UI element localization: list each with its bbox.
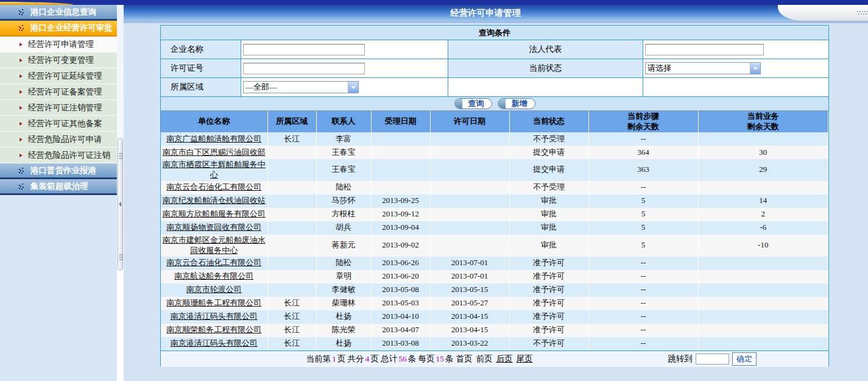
sidebar-subitem[interactable]: 经营许可证其他备案 [0, 116, 117, 132]
table-cell [430, 146, 509, 159]
table-cell [267, 194, 316, 208]
company-cell: 南京顺扬物资回收有限公司 [161, 221, 267, 235]
collapse-left-icon[interactable] [119, 202, 121, 207]
sidebar-subitem[interactable]: 经营危险品许可申请 [0, 132, 117, 148]
table-row: 南京顺扬物资回收有限公司胡兵2013-09-04审批5-6 [161, 221, 828, 235]
table-row: 南京云合石油化工有限公司陆松不予受理-- [161, 181, 828, 194]
table-cell: -- [588, 181, 698, 194]
company-link[interactable]: 南京市白下区恩赐污油回收部 [163, 148, 266, 157]
sidebar-item[interactable]: 港口普货作业报港 [0, 163, 117, 179]
status-label: 当前状态 [448, 59, 643, 77]
table-cell [430, 221, 509, 235]
pagination-link-disabled[interactable]: 前页 [476, 354, 493, 363]
sidebar-subitem-label: 经营许可证延续管理 [28, 71, 102, 82]
company-link[interactable]: 南京纪发船舶清仓残油回收站 [163, 196, 266, 205]
pagination-number: 15 [436, 354, 445, 363]
table-cell: 5 [588, 235, 698, 257]
company-name-label: 企业名称 [161, 40, 241, 59]
page-jump-input[interactable] [696, 354, 729, 365]
table-cell: 审批 [509, 235, 588, 257]
company-cell: 南京港清江码头有限公司 [161, 310, 267, 324]
sidebar: 港口企业信息查询港口企业经营许可审批经营许可申请管理经营许可变更管理经营许可证延… [0, 5, 117, 381]
table-cell: 不予受理 [509, 181, 588, 194]
table-cell: 准予许可 [509, 257, 588, 270]
chevron-down-icon[interactable] [348, 82, 358, 93]
grip-dots-icon [119, 254, 121, 255]
sidebar-subitem-label: 经营危险品许可证注销 [28, 150, 110, 161]
region-label: 所属区域 [161, 78, 241, 96]
sidebar-subitem[interactable]: 经营许可申请管理 [0, 37, 117, 52]
table-header-row: 单位名称所属区域联系人受理日期许可日期当前状态当前步骤 剩余天数当前业务 剩余天… [161, 111, 828, 132]
company-link[interactable]: 南京航达船务有限公司 [174, 271, 253, 280]
table-cell: 2013-07-01 [430, 257, 509, 270]
sidebar-subitem[interactable]: 经营危险品许可证注销 [0, 148, 117, 163]
pagination-link[interactable]: 后页 [496, 354, 513, 363]
sidebar-splitter[interactable] [117, 5, 124, 381]
table-cell: 2013-07-01 [430, 270, 509, 283]
table-row: 南京顺荣船务工程有限公司长江陈光荣2013-04-072013-04-15准予许… [161, 324, 828, 337]
company-link[interactable]: 南京港清江码头有限公司 [171, 338, 258, 347]
sidebar-item[interactable]: 集装箱超载治理 [0, 179, 117, 195]
company-link[interactable]: 南京云合石油化工有限公司 [166, 182, 261, 191]
sidebar-item[interactable]: 港口企业经营许可审批 [0, 21, 117, 37]
button-cap-decoration [455, 99, 463, 109]
sidebar-item-label: 港口普货作业报港 [30, 165, 96, 176]
table-cell: -- [588, 324, 698, 337]
pagination-link-disabled[interactable]: 首页 [456, 354, 473, 363]
column-header: 当前业务 剩余天数 [698, 111, 828, 132]
results-table: 单位名称所属区域联系人受理日期许可日期当前状态当前步骤 剩余天数当前业务 剩余天… [161, 111, 828, 351]
table-row: 南京广益船舶清舱有限公司长江李富不予受理-- [161, 132, 828, 146]
table-cell: 2013-05-03 [371, 297, 430, 310]
menu-dots-icon [18, 9, 24, 15]
pagination-text: 页 共分 [337, 354, 364, 363]
splitter-handle[interactable] [118, 138, 123, 271]
table-cell: 不予受理 [509, 132, 588, 146]
company-link[interactable]: 南京顺荣船务工程有限公司 [166, 325, 261, 334]
company-link[interactable]: 南京市轮渡公司 [186, 285, 242, 294]
company-cell: 南京市建邺区金元船舶废油水回收服务中心 [161, 235, 267, 257]
table-cell [267, 283, 316, 297]
pagination-link[interactable]: 尾页 [517, 354, 533, 363]
table-row: 南京顺方欣船舶服务有限公司方根柱2013-09-12审批52 [161, 208, 828, 221]
company-link[interactable]: 南京市栖霞区丰辉船舶服务中心 [163, 160, 266, 179]
status-select[interactable]: 请选择 [645, 62, 761, 74]
table-cell: 王春宝 [316, 146, 371, 159]
legal-rep-input[interactable] [645, 44, 764, 55]
table-row: 南京云合石油化工有限公司陆松2013-06-262013-07-01准予许可-- [161, 257, 828, 270]
table-cell: 2013-09-02 [371, 235, 430, 257]
sidebar-subitem[interactable]: 经营许可变更管理 [0, 52, 117, 68]
red-arrow-icon [19, 154, 23, 157]
search-button[interactable]: 查询 [454, 98, 492, 109]
company-link[interactable]: 南京市建邺区金元船舶废油水回收服务中心 [163, 235, 266, 255]
company-link[interactable]: 南京顺珊船务工程有限公司 [166, 298, 261, 307]
company-link[interactable]: 南京港清江码头有限公司 [171, 312, 258, 321]
page-title: 经营许可申请管理 [124, 5, 847, 21]
red-arrow-icon [19, 59, 23, 62]
sidebar-subitem[interactable]: 经营许可证延续管理 [0, 68, 117, 84]
company-link[interactable]: 南京顺扬物资回收有限公司 [166, 223, 261, 232]
company-cell: 南京航达船务有限公司 [161, 270, 267, 283]
column-header: 许可日期 [430, 111, 509, 132]
table-cell: 2013-04-10 [371, 310, 430, 324]
sidebar-item[interactable]: 港口企业信息查询 [0, 5, 117, 21]
table-cell [267, 235, 316, 257]
table-cell: 364 [588, 146, 698, 159]
license-no-input[interactable] [243, 63, 365, 74]
company-cell: 南京云合石油化工有限公司 [161, 257, 267, 270]
region-select[interactable]: —全部— [243, 81, 359, 93]
company-link[interactable]: 南京广益船舶清舱有限公司 [166, 134, 261, 143]
company-cell: 南京港清江码头有限公司 [161, 337, 267, 351]
pagination-text: 页 总计 [370, 354, 397, 363]
company-link[interactable]: 南京云合石油化工有限公司 [166, 258, 261, 267]
company-name-input[interactable] [243, 44, 365, 55]
red-arrow-icon [19, 138, 23, 141]
company-link[interactable]: 南京顺方欣船舶服务有限公司 [163, 209, 266, 218]
chevron-down-icon[interactable] [750, 63, 760, 74]
table-cell: 陆松 [316, 257, 371, 270]
table-cell [698, 132, 828, 146]
sidebar-subitem[interactable]: 经营许可证备案管理 [0, 84, 117, 100]
confirm-button[interactable]: 确定 [732, 352, 757, 366]
table-cell: -10 [698, 235, 828, 257]
add-button[interactable]: 新增 [498, 98, 535, 109]
sidebar-subitem[interactable]: 经营许可证注销管理 [0, 100, 117, 116]
